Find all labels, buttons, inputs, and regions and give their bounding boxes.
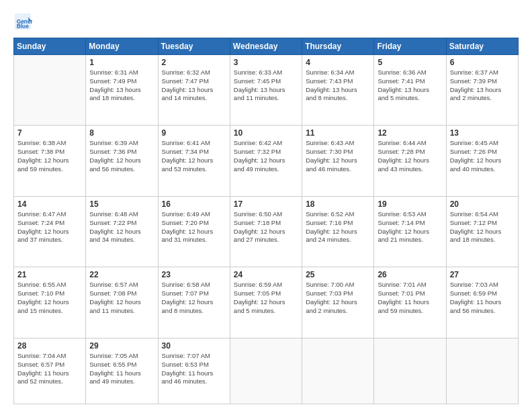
- day-number: 27: [450, 270, 515, 279]
- calendar-cell: 17Sunrise: 6:50 AMSunset: 7:18 PMDayligh…: [230, 196, 302, 267]
- day-number: 2: [162, 58, 226, 67]
- page: General Blue SundayMondayTuesdayWednesda…: [0, 0, 532, 411]
- day-info: Sunrise: 7:00 AMSunset: 7:03 PMDaylight:…: [306, 281, 370, 315]
- day-info: Sunrise: 7:05 AMSunset: 6:55 PMDaylight:…: [89, 352, 154, 386]
- calendar-cell: 5Sunrise: 6:36 AMSunset: 7:41 PMDaylight…: [374, 55, 446, 126]
- day-number: 3: [234, 58, 298, 67]
- day-info: Sunrise: 6:47 AMSunset: 7:24 PMDaylight:…: [17, 210, 82, 244]
- day-info: Sunrise: 6:54 AMSunset: 7:12 PMDaylight:…: [450, 210, 515, 244]
- day-info: Sunrise: 6:57 AMSunset: 7:08 PMDaylight:…: [89, 281, 154, 315]
- calendar-week-row: 28Sunrise: 7:04 AMSunset: 6:57 PMDayligh…: [14, 338, 519, 404]
- header: General Blue: [13, 12, 519, 31]
- calendar-header-row: SundayMondayTuesdayWednesdayThursdayFrid…: [14, 38, 519, 55]
- day-info: Sunrise: 6:48 AMSunset: 7:22 PMDaylight:…: [89, 210, 154, 244]
- day-number: 14: [17, 199, 82, 209]
- calendar-cell: 24Sunrise: 6:59 AMSunset: 7:05 PMDayligh…: [230, 267, 302, 338]
- day-info: Sunrise: 6:50 AMSunset: 7:18 PMDaylight:…: [234, 210, 298, 244]
- day-info: Sunrise: 7:07 AMSunset: 6:53 PMDaylight:…: [162, 352, 226, 386]
- day-info: Sunrise: 6:37 AMSunset: 7:39 PMDaylight:…: [450, 68, 515, 103]
- calendar-cell: 11Sunrise: 6:43 AMSunset: 7:30 PMDayligh…: [302, 126, 374, 196]
- day-info: Sunrise: 6:34 AMSunset: 7:43 PMDaylight:…: [306, 68, 370, 103]
- calendar-cell: 19Sunrise: 6:53 AMSunset: 7:14 PMDayligh…: [374, 196, 446, 267]
- day-info: Sunrise: 6:53 AMSunset: 7:14 PMDaylight:…: [378, 210, 442, 244]
- day-number: 26: [378, 270, 442, 279]
- calendar-cell: 13Sunrise: 6:45 AMSunset: 7:26 PMDayligh…: [446, 126, 518, 196]
- calendar-cell: 8Sunrise: 6:39 AMSunset: 7:36 PMDaylight…: [86, 126, 158, 196]
- day-number: 18: [306, 199, 370, 209]
- day-info: Sunrise: 6:58 AMSunset: 7:07 PMDaylight:…: [162, 281, 226, 315]
- day-info: Sunrise: 6:49 AMSunset: 7:20 PMDaylight:…: [162, 210, 226, 244]
- column-header-monday: Monday: [86, 38, 158, 55]
- calendar-week-row: 14Sunrise: 6:47 AMSunset: 7:24 PMDayligh…: [14, 196, 519, 267]
- day-number: 11: [306, 128, 370, 138]
- calendar-cell: 12Sunrise: 6:44 AMSunset: 7:28 PMDayligh…: [374, 126, 446, 196]
- day-info: Sunrise: 6:44 AMSunset: 7:28 PMDaylight:…: [378, 139, 442, 173]
- day-number: 25: [306, 270, 370, 279]
- day-number: 21: [17, 270, 82, 279]
- calendar-cell: 29Sunrise: 7:05 AMSunset: 6:55 PMDayligh…: [86, 338, 158, 404]
- day-info: Sunrise: 7:03 AMSunset: 6:59 PMDaylight:…: [450, 281, 515, 315]
- calendar-cell: [446, 338, 518, 404]
- day-info: Sunrise: 6:33 AMSunset: 7:45 PMDaylight:…: [234, 68, 298, 103]
- day-info: Sunrise: 6:45 AMSunset: 7:26 PMDaylight:…: [450, 139, 515, 173]
- day-number: 16: [162, 199, 226, 209]
- day-number: 1: [89, 58, 154, 67]
- column-header-wednesday: Wednesday: [230, 38, 302, 55]
- day-number: 9: [162, 128, 226, 138]
- day-number: 28: [17, 341, 82, 351]
- calendar-cell: 16Sunrise: 6:49 AMSunset: 7:20 PMDayligh…: [158, 196, 230, 267]
- calendar-cell: 7Sunrise: 6:38 AMSunset: 7:38 PMDaylight…: [14, 126, 86, 196]
- calendar-cell: 30Sunrise: 7:07 AMSunset: 6:53 PMDayligh…: [158, 338, 230, 404]
- day-number: 17: [234, 199, 298, 209]
- calendar-cell: 15Sunrise: 6:48 AMSunset: 7:22 PMDayligh…: [86, 196, 158, 267]
- day-info: Sunrise: 6:52 AMSunset: 7:16 PMDaylight:…: [306, 210, 370, 244]
- calendar-cell: 18Sunrise: 6:52 AMSunset: 7:16 PMDayligh…: [302, 196, 374, 267]
- column-header-sunday: Sunday: [14, 38, 86, 55]
- calendar-cell: [14, 55, 86, 126]
- day-number: 4: [306, 58, 370, 67]
- day-number: 20: [450, 199, 515, 209]
- column-header-thursday: Thursday: [302, 38, 374, 55]
- day-number: 23: [162, 270, 226, 279]
- day-number: 7: [17, 128, 82, 138]
- calendar-cell: [230, 338, 302, 404]
- logo: General Blue: [13, 12, 35, 31]
- day-number: 29: [89, 341, 154, 351]
- calendar-cell: 2Sunrise: 6:32 AMSunset: 7:47 PMDaylight…: [158, 55, 230, 126]
- day-number: 30: [162, 341, 226, 351]
- calendar-cell: 10Sunrise: 6:42 AMSunset: 7:32 PMDayligh…: [230, 126, 302, 196]
- day-number: 19: [378, 199, 442, 209]
- calendar-week-row: 21Sunrise: 6:55 AMSunset: 7:10 PMDayligh…: [14, 267, 519, 338]
- day-info: Sunrise: 6:55 AMSunset: 7:10 PMDaylight:…: [17, 281, 82, 315]
- day-info: Sunrise: 6:43 AMSunset: 7:30 PMDaylight:…: [306, 139, 370, 173]
- calendar-cell: 22Sunrise: 6:57 AMSunset: 7:08 PMDayligh…: [86, 267, 158, 338]
- day-info: Sunrise: 6:31 AMSunset: 7:49 PMDaylight:…: [89, 68, 154, 103]
- day-number: 22: [89, 270, 154, 279]
- calendar-cell: [302, 338, 374, 404]
- calendar-cell: 28Sunrise: 7:04 AMSunset: 6:57 PMDayligh…: [14, 338, 86, 404]
- day-info: Sunrise: 6:39 AMSunset: 7:36 PMDaylight:…: [89, 139, 154, 173]
- calendar-cell: 1Sunrise: 6:31 AMSunset: 7:49 PMDaylight…: [86, 55, 158, 126]
- calendar-cell: 26Sunrise: 7:01 AMSunset: 7:01 PMDayligh…: [374, 267, 446, 338]
- day-info: Sunrise: 6:59 AMSunset: 7:05 PMDaylight:…: [234, 281, 298, 315]
- calendar-cell: 23Sunrise: 6:58 AMSunset: 7:07 PMDayligh…: [158, 267, 230, 338]
- column-header-saturday: Saturday: [446, 38, 518, 55]
- day-number: 10: [234, 128, 298, 138]
- calendar-cell: 20Sunrise: 6:54 AMSunset: 7:12 PMDayligh…: [446, 196, 518, 267]
- day-number: 12: [378, 128, 442, 138]
- day-info: Sunrise: 6:41 AMSunset: 7:34 PMDaylight:…: [162, 139, 226, 173]
- day-info: Sunrise: 6:32 AMSunset: 7:47 PMDaylight:…: [162, 68, 226, 103]
- day-info: Sunrise: 6:36 AMSunset: 7:41 PMDaylight:…: [378, 68, 442, 103]
- calendar-cell: 9Sunrise: 6:41 AMSunset: 7:34 PMDaylight…: [158, 126, 230, 196]
- calendar-cell: 4Sunrise: 6:34 AMSunset: 7:43 PMDaylight…: [302, 55, 374, 126]
- day-number: 15: [89, 199, 154, 209]
- logo-icon: General Blue: [13, 12, 32, 31]
- day-number: 8: [89, 128, 154, 138]
- day-info: Sunrise: 6:42 AMSunset: 7:32 PMDaylight:…: [234, 139, 298, 173]
- calendar-cell: 21Sunrise: 6:55 AMSunset: 7:10 PMDayligh…: [14, 267, 86, 338]
- calendar-cell: 14Sunrise: 6:47 AMSunset: 7:24 PMDayligh…: [14, 196, 86, 267]
- calendar-cell: 6Sunrise: 6:37 AMSunset: 7:39 PMDaylight…: [446, 55, 518, 126]
- day-number: 6: [450, 58, 515, 67]
- day-info: Sunrise: 7:04 AMSunset: 6:57 PMDaylight:…: [17, 352, 82, 386]
- column-header-tuesday: Tuesday: [158, 38, 230, 55]
